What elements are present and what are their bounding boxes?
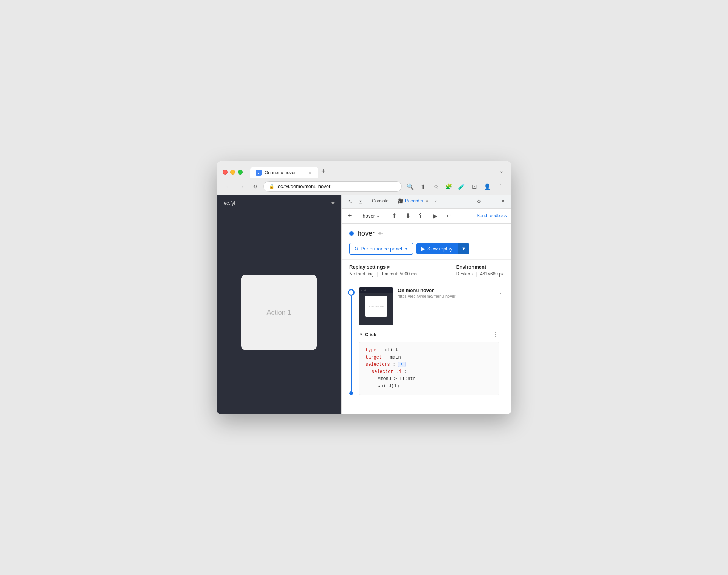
more-tabs-button[interactable]: » — [432, 197, 440, 206]
slow-replay-button[interactable]: ▶ Slow replay — [416, 243, 458, 254]
device-toolbar-icon[interactable]: ⊡ — [355, 196, 366, 207]
dropdown-arrow-icon: ⌄ — [376, 214, 379, 218]
nav-action-title: On menu hover — [398, 288, 455, 293]
click-expand-icon[interactable]: ▼ — [359, 332, 363, 337]
perf-panel-label: Performance panel — [361, 246, 402, 252]
tab-console[interactable]: Console — [367, 195, 393, 207]
eyedropper-icon[interactable]: 🧪 — [456, 181, 467, 192]
tab-recorder[interactable]: 🎥 Recorder × — [393, 195, 432, 207]
action-card: Action 1 — [241, 275, 317, 350]
replay-value-divider: | — [377, 271, 378, 277]
extension-icon[interactable]: 🧩 — [443, 181, 454, 192]
click-action-menu-icon[interactable]: ⋮ — [492, 330, 499, 339]
maximize-window-button[interactable] — [238, 170, 243, 175]
click-action-section: ▼ Click ⋮ type : — [359, 330, 505, 395]
traffic-lights — [223, 170, 243, 175]
window-dropdown-button[interactable]: ⌄ — [498, 166, 505, 175]
replay-settings-value: No throttling | Timeout: 5000 ms — [349, 271, 417, 277]
nav-action-group: jec.fyi Hover over me! On menu hover — [342, 283, 511, 395]
send-feedback-button[interactable]: Send feedback — [477, 213, 507, 218]
timeline-line — [351, 296, 352, 391]
add-recording-button[interactable]: + — [346, 212, 353, 220]
slow-replay-label: Slow replay — [427, 246, 452, 252]
inspect-element-icon[interactable]: ↖ — [345, 196, 355, 207]
nav-action-info: On menu hover https://jec.fyi/demo/menu-… — [398, 288, 505, 298]
click-action-info: ▼ Click ⋮ type : — [359, 330, 499, 395]
nav-action-menu-icon[interactable]: ⋮ — [496, 288, 505, 298]
minimize-window-button[interactable] — [230, 170, 235, 175]
more-options-icon[interactable]: ⋮ — [495, 181, 505, 192]
search-icon[interactable]: 🔍 — [405, 181, 415, 192]
toolbar-divider — [358, 212, 358, 219]
new-tab-button[interactable]: + — [318, 166, 328, 177]
code-selector1-val: #menu > li:nth- — [378, 376, 418, 382]
back-button[interactable]: ← — [223, 181, 233, 192]
code-type-line: type : click — [366, 347, 493, 354]
replay-settings-col: Replay settings ▶ No throttling | Timeou… — [349, 264, 417, 277]
split-icon[interactable]: ⊡ — [469, 181, 480, 192]
tab-bar: J On menu hover × + — [250, 166, 493, 178]
bookmark-icon[interactable]: ☆ — [431, 181, 441, 192]
thumbnail-inner: Hover over me! — [365, 296, 387, 317]
refresh-button[interactable]: ↻ — [250, 181, 260, 192]
forward-button[interactable]: → — [236, 181, 247, 192]
environment-title: Environment — [456, 264, 504, 270]
slow-replay-play-icon: ▶ — [421, 246, 425, 252]
recording-name-label: hover — [358, 230, 375, 238]
env-value-divider: | — [476, 271, 477, 277]
slow-replay-dropdown-button[interactable]: ▼ — [458, 243, 469, 254]
replay-settings-label: Replay settings — [349, 264, 386, 270]
code-selector1-line: selector #1 : — [366, 368, 493, 376]
recorder-icon: 🎥 — [398, 198, 403, 204]
close-window-button[interactable] — [223, 170, 228, 175]
action-thumbnail: jec.fyi Hover over me! — [359, 288, 393, 325]
devtools-toolbar-right: ⚙ ⋮ × — [474, 196, 508, 207]
webpage-content: Action 1 — [217, 211, 341, 414]
upload-recording-icon[interactable]: ⬆ — [389, 210, 400, 221]
recording-status-dot — [349, 231, 354, 236]
tab-close-button[interactable]: × — [307, 170, 313, 176]
nav-action-content: jec.fyi Hover over me! On menu hover — [359, 283, 505, 395]
recorder-tab-close-icon[interactable]: × — [426, 199, 428, 203]
timeline-circle — [348, 289, 355, 296]
devtools-settings-icon[interactable]: ⚙ — [474, 196, 484, 207]
dimensions-label: 461×660 px — [480, 271, 504, 277]
recording-name-row: hover ✏ — [349, 230, 504, 238]
webpage-logo: jec.fyi — [223, 200, 235, 206]
devtools-close-icon[interactable]: × — [498, 196, 508, 207]
code-selectors-line: selectors : ↖ — [366, 361, 493, 368]
code-target-val: main — [390, 355, 401, 360]
slow-replay-group: ▶ Slow replay ▼ — [416, 243, 469, 254]
perf-panel-icon: ↻ — [354, 246, 358, 252]
delete-recording-icon[interactable]: 🗑 — [416, 210, 427, 221]
console-tab-label: Console — [372, 198, 389, 204]
action-card-label: Action 1 — [266, 309, 291, 317]
actions-list: jec.fyi Hover over me! On menu hover — [342, 281, 511, 414]
timeout-value: Timeout: 5000 ms — [381, 271, 417, 277]
selectors-copy-icon[interactable]: ↖ — [398, 362, 406, 367]
active-tab[interactable]: J On menu hover × — [250, 167, 318, 178]
share-icon[interactable]: ⬆ — [418, 181, 428, 192]
webpage-header: jec.fyi ✦ — [217, 195, 341, 211]
devtools-more-icon[interactable]: ⋮ — [486, 196, 496, 207]
recording-selector[interactable]: hover ⌄ — [363, 213, 380, 219]
edit-recording-name-icon[interactable]: ✏ — [378, 230, 383, 236]
click-action-title: Click — [365, 332, 376, 337]
url-bar[interactable]: 🔒 jec.fyi/demo/menu-hover — [263, 181, 402, 192]
replay-settings-arrow-icon[interactable]: ▶ — [387, 264, 390, 269]
click-action-header: ▼ Click ⋮ — [359, 330, 499, 339]
code-type-separator: : — [379, 348, 384, 353]
code-target-key: target — [366, 355, 382, 360]
address-bar: ← → ↻ 🔒 jec.fyi/demo/menu-hover 🔍 ⬆ ☆ 🧩 … — [217, 178, 511, 195]
nav-action-timeline — [348, 283, 355, 395]
main-content: jec.fyi ✦ Action 1 ↖ ⊡ Console — [217, 195, 511, 414]
code-type-val: click — [384, 348, 398, 353]
undo-recording-icon[interactable]: ↩ — [443, 210, 454, 221]
theme-toggle-icon[interactable]: ✦ — [330, 199, 335, 207]
tab-favicon: J — [256, 170, 262, 176]
profile-icon[interactable]: 👤 — [482, 181, 493, 192]
performance-panel-button[interactable]: ↻ Performance panel ▼ — [349, 243, 413, 255]
code-target-line: target : main — [366, 354, 493, 361]
download-recording-icon[interactable]: ⬇ — [403, 210, 413, 221]
replay-recording-icon[interactable]: ▶ — [430, 210, 440, 221]
